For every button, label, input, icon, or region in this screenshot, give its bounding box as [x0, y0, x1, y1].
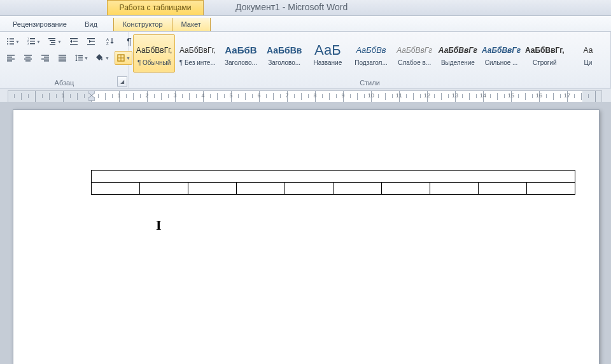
decrease-indent-button[interactable]	[67, 34, 81, 48]
table-cell[interactable]	[188, 183, 237, 195]
style-name: ¶ Без инте...	[177, 59, 218, 66]
style-preview: АаБбВвГг	[397, 41, 432, 59]
ruler-number: 6	[257, 92, 260, 99]
align-left-button[interactable]	[4, 51, 18, 65]
style-item[interactable]: АаБбВвГгСлабое в...	[393, 34, 435, 73]
page[interactable]: I	[13, 109, 600, 364]
svg-rect-1	[10, 38, 14, 39]
style-name: Заголово...	[220, 59, 261, 66]
ruler-number: 16	[536, 92, 542, 99]
tab-review[interactable]: Рецензирование	[4, 18, 76, 31]
title-bar: Работа с таблицами Документ1 - Microsoft…	[0, 0, 611, 16]
svg-rect-34	[41, 55, 49, 56]
align-center-button[interactable]	[21, 51, 35, 65]
style-item[interactable]: АаБбВвГг,¶ Обычный	[133, 34, 175, 73]
tab-layout[interactable]: Макет	[172, 18, 211, 31]
style-name: ¶ Обычный	[134, 59, 174, 66]
svg-rect-5	[10, 43, 14, 44]
table-cell[interactable]	[527, 183, 575, 195]
sort-button[interactable]: AZ	[101, 34, 119, 48]
style-name: Слабое в...	[394, 59, 435, 66]
style-name: Строгий	[524, 59, 565, 66]
style-preview: АаБбВ	[225, 41, 256, 59]
ruler-number: 1	[117, 92, 120, 99]
tab-view[interactable]: Вид	[76, 18, 106, 31]
table-cell[interactable]	[285, 183, 334, 195]
table-cell[interactable]	[92, 183, 140, 195]
indent-marker[interactable]	[88, 90, 95, 102]
increase-indent-button[interactable]	[84, 34, 98, 48]
svg-rect-42	[78, 55, 83, 56]
style-item[interactable]: АаБбВвГгСильное ...	[481, 34, 523, 73]
svg-marker-17	[70, 40, 72, 43]
multilevel-list-button[interactable]: ▼	[46, 34, 64, 48]
svg-text:Z: Z	[106, 41, 109, 45]
svg-rect-27	[7, 57, 12, 58]
style-item[interactable]: АаБбВвГг,¶ Без инте...	[176, 34, 218, 73]
ruler-number: 2	[145, 92, 148, 99]
bullets-button[interactable]: ▼	[4, 34, 22, 48]
paragraph-dialog-launcher[interactable]: ◢	[117, 76, 127, 87]
table-cell[interactable]	[382, 183, 430, 195]
table-cell[interactable]	[334, 183, 382, 195]
style-preview: АаБбВвГг,	[179, 41, 216, 59]
svg-rect-31	[25, 57, 31, 58]
svg-rect-13	[50, 40, 55, 41]
tab-design[interactable]: Конструктор	[113, 18, 172, 31]
style-item[interactable]: АаБбВЗаголово...	[220, 34, 262, 73]
svg-rect-39	[59, 57, 66, 58]
group-paragraph: ▼ 123▼ ▼ AZ ¶ ▼ ▼ ▼ А	[0, 32, 129, 88]
svg-rect-19	[70, 44, 78, 45]
style-item[interactable]: АаБНазвание	[307, 34, 349, 73]
ruler-number: 5	[229, 92, 232, 99]
style-name: Выделение	[437, 59, 478, 66]
horizontal-ruler[interactable]: 11234567891011121314151617	[8, 90, 602, 102]
style-preview: АаБбВвГг	[439, 41, 477, 59]
style-item[interactable]: АаБбВвПодзагол...	[350, 34, 392, 73]
align-right-button[interactable]	[38, 51, 52, 65]
svg-rect-9	[30, 41, 35, 41]
svg-rect-14	[51, 42, 55, 43]
style-preview: АаБбВвГг,	[525, 41, 565, 59]
svg-rect-32	[24, 59, 32, 60]
svg-rect-33	[25, 60, 31, 62]
styles-gallery[interactable]: АаБбВвГг,¶ ОбычныйАаБбВвГг,¶ Без инте...…	[129, 32, 610, 75]
justify-button[interactable]	[55, 51, 69, 65]
svg-rect-28	[7, 59, 15, 60]
ruler-number: 15	[508, 92, 514, 99]
document-table[interactable]	[91, 170, 575, 195]
table-cell[interactable]	[430, 183, 479, 195]
table-cell[interactable]	[479, 183, 527, 195]
style-preview: Аа	[584, 41, 593, 59]
style-item[interactable]: АаБбВвГг,Строгий	[524, 34, 566, 73]
style-item[interactable]: АаБбВвГгВыделение	[437, 34, 479, 73]
style-name: Подзагол...	[351, 59, 391, 66]
ruler-number: 3	[173, 92, 176, 99]
table-cell[interactable]	[140, 183, 188, 195]
ruler-number: 13	[452, 92, 458, 99]
svg-rect-3	[10, 41, 14, 41]
shading-button[interactable]: ▼	[94, 51, 111, 65]
svg-rect-41	[59, 60, 66, 62]
contextual-tab-group-table-tools: Работа с таблицами	[107, 0, 204, 15]
group-label-styles: Стили	[129, 79, 610, 87]
table-cell[interactable]	[92, 171, 575, 183]
text-cursor-icon: I	[156, 217, 162, 234]
svg-point-2	[7, 41, 8, 42]
ribbon-tab-strip: Рецензирование Вид Конструктор Макет	[0, 16, 611, 32]
svg-rect-40	[59, 59, 66, 60]
ruler-number: 17	[564, 92, 570, 99]
style-item[interactable]: АаЦи	[567, 34, 609, 73]
style-name: Ци	[568, 59, 608, 66]
line-spacing-button[interactable]: ▼	[73, 51, 90, 65]
svg-rect-7	[30, 38, 35, 39]
style-preview: АаБ	[314, 41, 341, 59]
ruler-number: 7	[285, 92, 288, 99]
svg-text:3: 3	[27, 42, 29, 45]
svg-rect-29	[7, 60, 12, 62]
table-cell[interactable]	[237, 183, 285, 195]
style-item[interactable]: АаБбВвЗаголово...	[263, 34, 306, 73]
svg-marker-48	[88, 90, 95, 95]
numbering-button[interactable]: 123▼	[25, 34, 43, 48]
svg-rect-22	[90, 41, 95, 41]
